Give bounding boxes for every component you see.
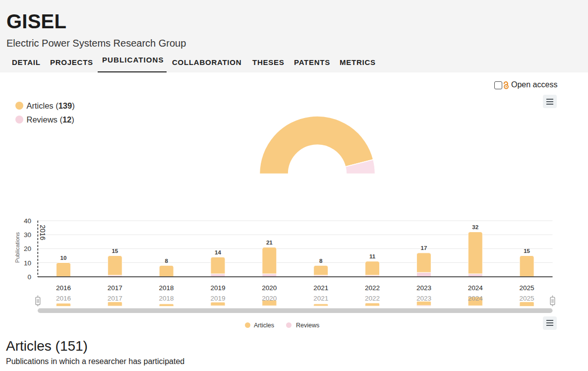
svg-text:2018: 2018 — [159, 284, 174, 292]
svg-text:2016: 2016 — [56, 295, 71, 302]
svg-text:10: 10 — [24, 259, 31, 267]
svg-text:2021: 2021 — [313, 295, 328, 302]
svg-text:0: 0 — [27, 273, 31, 281]
svg-text:2018: 2018 — [159, 295, 174, 302]
svg-text:2022: 2022 — [365, 295, 380, 302]
svg-text:32: 32 — [472, 224, 478, 230]
svg-text:14: 14 — [215, 249, 221, 255]
svg-text:11: 11 — [369, 253, 376, 259]
svg-text:2025: 2025 — [520, 295, 534, 302]
svg-text:2016: 2016 — [39, 225, 47, 240]
svg-text:2016: 2016 — [56, 284, 71, 292]
svg-text:30: 30 — [24, 231, 31, 239]
svg-text:15: 15 — [112, 248, 118, 254]
svg-text:2017: 2017 — [108, 284, 122, 292]
svg-text:10: 10 — [60, 255, 67, 261]
svg-text:17: 17 — [421, 245, 427, 251]
svg-text:2023: 2023 — [416, 284, 431, 292]
svg-text:2022: 2022 — [365, 284, 380, 292]
svg-text:2024: 2024 — [468, 295, 483, 302]
svg-text:15: 15 — [524, 248, 530, 254]
svg-text:2019: 2019 — [210, 284, 225, 292]
svg-text:8: 8 — [319, 258, 323, 264]
svg-text:20: 20 — [24, 245, 31, 252]
svg-text:2024: 2024 — [468, 284, 483, 292]
svg-text:2020: 2020 — [262, 295, 277, 302]
svg-text:2020: 2020 — [262, 284, 277, 292]
svg-text:2023: 2023 — [416, 295, 431, 302]
svg-text:2019: 2019 — [210, 295, 225, 302]
svg-text:2017: 2017 — [108, 295, 122, 302]
svg-text:2021: 2021 — [313, 284, 328, 292]
svg-text:21: 21 — [266, 240, 273, 246]
svg-text:2025: 2025 — [520, 284, 534, 292]
svg-text:40: 40 — [24, 217, 31, 225]
svg-text:8: 8 — [165, 258, 168, 264]
svg-text:Publications: Publications — [14, 232, 20, 263]
